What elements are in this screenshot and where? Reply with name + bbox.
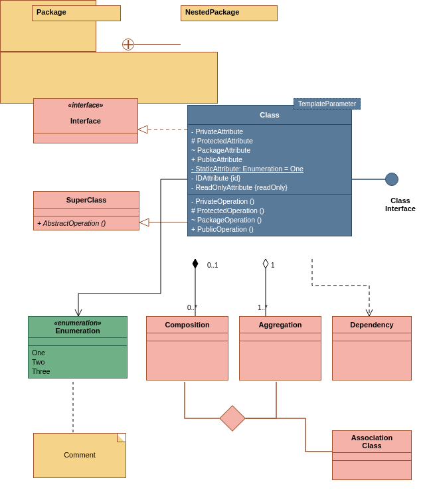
nested-package-label: NestedPackage <box>185 8 239 16</box>
provided-interface-ball <box>385 173 398 186</box>
attr-public: + PublicAttribute <box>191 155 348 164</box>
enum-name: Enumeration <box>31 327 124 335</box>
enum-stereotype: «enumeration» <box>31 319 124 327</box>
comment-note: Comment <box>33 433 126 478</box>
interface-stereotype: «interface» <box>37 102 135 109</box>
uml-diagram-canvas: Package NestedPackage «interface» Interf… <box>0 0 429 504</box>
dependency-classifier: Dependency <box>332 316 412 380</box>
nested-package-body <box>0 52 218 104</box>
attr-protected: # ProtectedAttribute <box>191 136 348 145</box>
attr-static: - StaticAttribute: Enumeration = One <box>191 164 348 173</box>
enumeration-classifier: «enumeration» Enumeration One Two Three <box>28 316 128 378</box>
abstract-operation: + AbstractOperation () <box>37 218 135 228</box>
mult-agg-top: 1 <box>271 262 275 269</box>
attr-readonly: - ReadOnlyAttribute {readOnly} <box>191 183 348 192</box>
association-class-name: Association Class <box>333 431 411 453</box>
attr-id: - IDAttribute {id} <box>191 173 348 183</box>
op-package: ~ PackageOperation () <box>191 215 348 224</box>
enum-literal-3: Three <box>32 367 124 376</box>
aggregation-classifier: Aggregation <box>239 316 321 380</box>
association-class: Association Class <box>332 430 412 480</box>
op-public: + PublicOperation () <box>191 224 348 234</box>
nesting-symbol <box>122 39 134 50</box>
superclass-name: SuperClass <box>34 192 139 209</box>
aggregation-name: Aggregation <box>240 317 321 333</box>
package-tab: Package <box>32 5 121 21</box>
comment-text: Comment <box>38 438 122 459</box>
interface-classifier: «interface» Interface <box>33 98 138 143</box>
enum-literal-1: One <box>32 348 124 357</box>
dependency-name: Dependency <box>333 317 411 333</box>
package-label: Package <box>37 8 66 16</box>
op-private: - PrivateOperation () <box>191 197 348 206</box>
interface-name: Interface <box>37 109 135 130</box>
enum-literal-2: Two <box>32 357 124 367</box>
mult-comp-top: 0..1 <box>207 262 218 269</box>
association-diamond <box>219 405 246 432</box>
template-parameter: TemplateParameter <box>294 98 361 110</box>
op-protected: # ProtectedOperation () <box>191 206 348 215</box>
composition-classifier: Composition <box>146 316 228 380</box>
attr-private: - PrivateAttribute <box>191 127 348 136</box>
mult-agg-bot: 1..* <box>258 304 268 311</box>
provided-interface-label: Class Interface <box>377 197 424 212</box>
superclass-classifier: SuperClass + AbstractOperation () <box>33 191 139 230</box>
mult-comp-bot: 0..* <box>187 304 197 311</box>
main-class: Class - PrivateAttribute # ProtectedAttr… <box>187 105 352 236</box>
composition-name: Composition <box>147 317 228 333</box>
attr-package: ~ PackageAttribute <box>191 145 348 155</box>
nested-package-tab: NestedPackage <box>181 5 278 21</box>
